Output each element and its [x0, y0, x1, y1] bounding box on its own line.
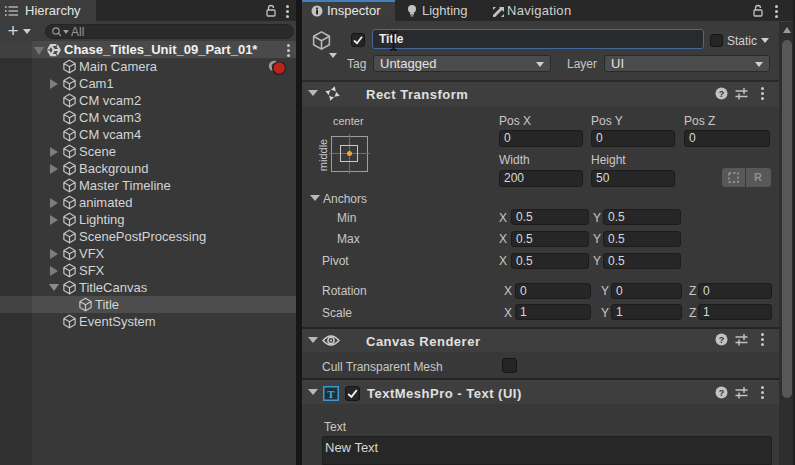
svg-text:?: ?	[719, 89, 725, 99]
svg-text:T: T	[327, 388, 335, 400]
svg-text:?: ?	[719, 388, 725, 398]
svg-text:?: ?	[719, 335, 725, 345]
